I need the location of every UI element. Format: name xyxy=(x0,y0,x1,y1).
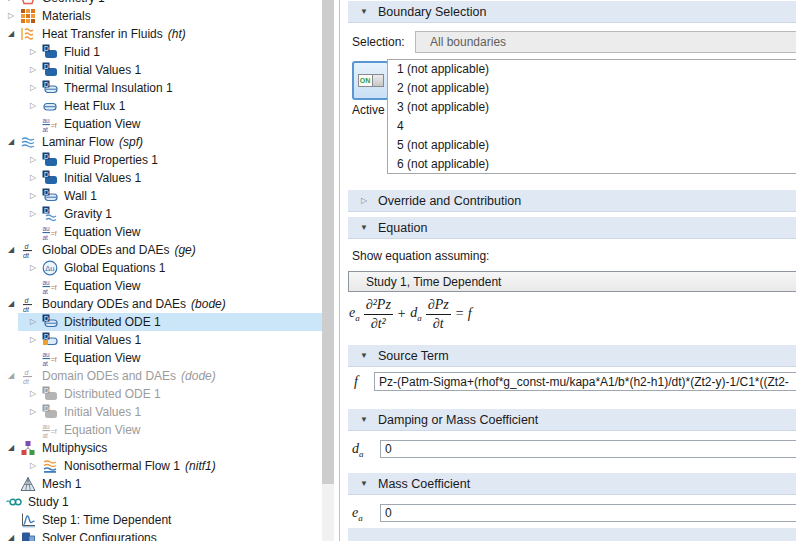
tree-item-nonisothermal-flow-1[interactable]: ▷ Nonisothermal Flow 1 (nitf1) xyxy=(0,457,322,475)
tree-item-heat-flux-1[interactable]: ▷ Heat Flux 1 xyxy=(0,97,322,115)
expand-collapsed-icon[interactable]: ▷ xyxy=(24,205,42,223)
svg-text:d: d xyxy=(25,369,30,376)
tree-item-global-odes-and-daes[interactable]: ◢ ddt Global ODEs and DAEs (ge) xyxy=(0,241,322,259)
tree-item-study-1[interactable]: Study 1 xyxy=(0,493,322,511)
expand-collapsed-icon[interactable]: ▷ xyxy=(2,7,20,25)
tree-item-initial-values-1-ht[interactable]: ▷ D Initial Values 1 xyxy=(0,61,322,79)
tree-item-geometry[interactable]: ▷ Geometry 1 xyxy=(0,0,322,7)
section-header-source-term[interactable]: ▼ Source Term xyxy=(348,345,796,367)
tree-item-tag: (ge) xyxy=(174,243,195,257)
expand-collapsed-icon[interactable]: ▷ xyxy=(24,151,42,169)
section-collapse-icon[interactable]: ▼ xyxy=(357,351,371,360)
tree-item-laminar-flow[interactable]: ◢ Laminar Flow (spf) xyxy=(0,133,322,151)
tree-item-equation-view-ge[interactable]: auat=f Equation View xyxy=(0,277,322,295)
tree-item-materials[interactable]: ▷ Materials xyxy=(0,7,322,25)
section-header-damping-coefficient[interactable]: ▼ Damping or Mass Coefficient xyxy=(348,409,796,431)
tree-item-domain-odes-and-daes[interactable]: ◢ ddt Domain ODEs and DAEs (dode) xyxy=(0,367,322,385)
tree-item-mesh-1[interactable]: Mesh 1 xyxy=(0,475,322,493)
svg-text:D: D xyxy=(44,387,49,394)
source-term-input[interactable] xyxy=(374,372,796,391)
tree-item-label: Step 1: Time Dependent xyxy=(42,513,171,527)
expand-expanded-icon[interactable]: ◢ xyxy=(2,367,20,385)
expand-collapsed-icon[interactable]: ▷ xyxy=(24,313,42,331)
expand-collapsed-icon[interactable]: ▷ xyxy=(2,0,20,7)
expand-expanded-icon[interactable]: ◢ xyxy=(2,439,20,457)
section-header-override-and-contribution[interactable]: ▷ Override and Contribution xyxy=(348,190,796,212)
expand-collapsed-icon[interactable]: ▷ xyxy=(24,403,42,421)
section-collapse-icon[interactable]: ▼ xyxy=(357,223,371,232)
section-header-mass-coefficient[interactable]: ▼ Mass Coefficient xyxy=(348,473,796,495)
initial-values-boundary-icon: D xyxy=(42,332,58,348)
section-collapse-icon[interactable]: ▼ xyxy=(357,479,371,488)
expand-collapsed-icon[interactable]: ▷ xyxy=(24,385,42,403)
section-header-equation[interactable]: ▼ Equation xyxy=(348,217,796,239)
tree-item-label: Geometry 1 xyxy=(42,0,105,5)
expand-collapsed-icon[interactable]: ▷ xyxy=(24,43,42,61)
boundary-list-item[interactable]: 6 (not applicable) xyxy=(388,155,796,174)
expand-collapsed-icon[interactable]: ▷ xyxy=(24,331,42,349)
tree-item-equation-view-spf[interactable]: auat=f Equation View xyxy=(0,223,322,241)
study-dropdown[interactable]: Study 1, Time Dependent xyxy=(348,271,796,292)
tree-item-equation-view-dode[interactable]: auat=f Equation View xyxy=(0,421,322,439)
expand-expanded-icon[interactable]: ◢ xyxy=(2,529,20,541)
tree-item-initial-values-1-bode[interactable]: ▷ D Initial Values 1 xyxy=(0,331,322,349)
section-expand-icon[interactable]: ▷ xyxy=(357,196,371,205)
section-header-boundary-selection[interactable]: ▼ Boundary Selection xyxy=(348,1,796,23)
expand-expanded-icon[interactable]: ◢ xyxy=(2,295,20,313)
expand-collapsed-icon[interactable]: ▷ xyxy=(24,259,42,277)
tree-item-global-equations-1[interactable]: ▷ Δu Global Equations 1 xyxy=(0,259,322,277)
expand-collapsed-icon[interactable]: ▷ xyxy=(24,79,42,97)
gravity-icon: D xyxy=(42,206,58,222)
equation-view-icon: auat=f xyxy=(42,278,58,294)
tree-item-wall-1[interactable]: ▷ D Wall 1 xyxy=(0,187,322,205)
tree-item-multiphysics[interactable]: ◢ Multiphysics xyxy=(0,439,322,457)
tree-item-equation-view-ht[interactable]: auat=f Equation View xyxy=(0,115,322,133)
damping-coefficient-input[interactable] xyxy=(380,440,796,458)
boundary-list-item[interactable]: 4 xyxy=(388,117,796,136)
boundary-list-item[interactable]: 2 (not applicable) xyxy=(388,79,796,98)
tree-item-step-1-time-dependent[interactable]: Step 1: Time Dependent xyxy=(0,511,322,529)
boundary-list[interactable]: 1 (not applicable) 2 (not applicable) 3 … xyxy=(387,59,796,174)
section-collapse-icon[interactable]: ▼ xyxy=(357,415,371,424)
scrollbar-thumb[interactable] xyxy=(322,0,334,484)
tree-item-boundary-odes-and-daes[interactable]: ◢ ddt Boundary ODEs and DAEs (bode) xyxy=(0,295,322,313)
tree-item-distributed-ode-1[interactable]: ▷ D Distributed ODE 1 xyxy=(0,313,322,331)
tree-item-initial-values-1-dode[interactable]: ▷ D Initial Values 1 xyxy=(0,403,322,421)
svg-text:d: d xyxy=(25,243,30,250)
expand-collapsed-icon[interactable]: ▷ xyxy=(24,97,42,115)
tree-item-equation-view-bode[interactable]: auat=f Equation View xyxy=(0,349,322,367)
expand-collapsed-icon[interactable]: ▷ xyxy=(24,61,42,79)
svg-text:D: D xyxy=(44,81,49,88)
boundary-list-item[interactable]: 5 (not applicable) xyxy=(388,136,796,155)
domain-icon: D xyxy=(42,170,58,186)
tree-item-heat-transfer-in-fluids[interactable]: ◢ Heat Transfer in Fluids (ht) xyxy=(0,25,322,43)
tree-item-gravity-1[interactable]: ▷ D Gravity 1 xyxy=(0,205,322,223)
expand-expanded-icon[interactable]: ◢ xyxy=(2,241,20,259)
section-title: Mass Coefficient xyxy=(378,477,470,491)
tree-item-tag: (dode) xyxy=(181,369,216,383)
svg-text:Δu: Δu xyxy=(45,264,54,273)
boundary-list-item[interactable]: 1 (not applicable) xyxy=(388,60,796,79)
tree-item-thermal-insulation-1[interactable]: ▷ D Thermal Insulation 1 xyxy=(0,79,322,97)
tree-item-label: Initial Values 1 xyxy=(64,171,141,185)
mass-coefficient-input[interactable] xyxy=(380,504,796,522)
section-header-partial[interactable] xyxy=(348,528,796,541)
svg-text:dt: dt xyxy=(23,306,30,313)
selection-dropdown[interactable]: All boundaries xyxy=(415,31,796,53)
boundary-list-item[interactable]: 3 (not applicable) xyxy=(388,98,796,117)
tree-item-solver-configurations[interactable]: ◢ Solver Configurations xyxy=(0,529,322,541)
section-collapse-icon[interactable]: ▼ xyxy=(357,7,371,16)
expand-collapsed-icon[interactable]: ▷ xyxy=(24,457,42,475)
expand-collapsed-icon[interactable]: ▷ xyxy=(24,169,42,187)
tree-item-tag: (spf) xyxy=(119,135,143,149)
tree-item-fluid-1[interactable]: ▷ D Fluid 1 xyxy=(0,43,322,61)
expand-expanded-icon[interactable]: ◢ xyxy=(2,25,20,43)
active-toggle-button[interactable]: ON xyxy=(352,61,389,100)
tree-item-initial-values-1-spf[interactable]: ▷ D Initial Values 1 xyxy=(0,169,322,187)
expand-expanded-icon[interactable]: ◢ xyxy=(2,133,20,151)
expand-collapsed-icon[interactable]: ▷ xyxy=(24,187,42,205)
tree-item-distributed-ode-1-dode[interactable]: ▷ D Distributed ODE 1 xyxy=(0,385,322,403)
tree-item-fluid-properties-1[interactable]: ▷ D Fluid Properties 1 xyxy=(0,151,322,169)
tree-vertical-scrollbar[interactable] xyxy=(322,0,334,541)
equation-view-icon-disabled: auat=f xyxy=(42,422,58,438)
